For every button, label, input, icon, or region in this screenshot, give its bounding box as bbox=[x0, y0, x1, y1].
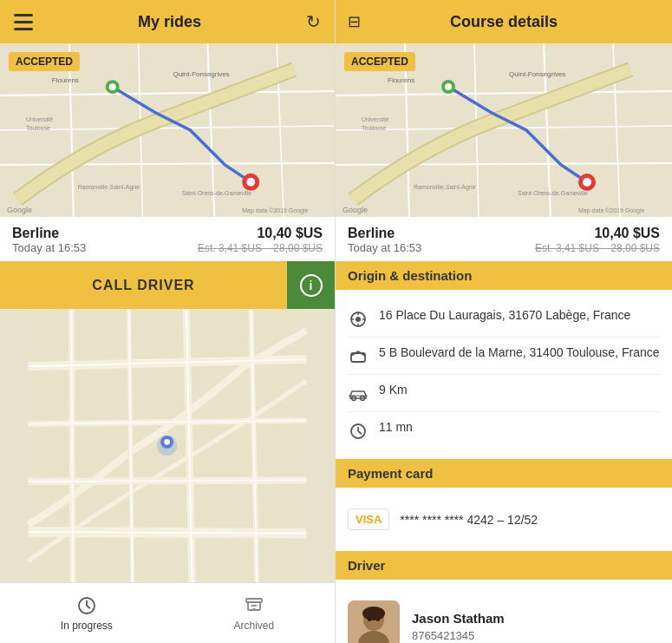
driver-body: Jason Statham 8765421345 bbox=[336, 580, 672, 643]
duration-text: 11 mn bbox=[379, 419, 413, 436]
svg-text:Google: Google bbox=[343, 206, 368, 214]
visa-logo: VISA bbox=[348, 508, 389, 530]
svg-point-83 bbox=[368, 618, 371, 621]
right-accepted-badge: ACCEPTED bbox=[344, 52, 415, 71]
left-ride-info: Berline 10,40 $US Today at 16:53 Est. 3,… bbox=[0, 217, 335, 261]
svg-point-39 bbox=[164, 439, 170, 445]
left-map: ACCEPTED Google Map data ©201 bbox=[0, 43, 335, 217]
left-panel: My rides ↻ ACCEPTED bbox=[0, 0, 336, 643]
card-number: **** **** **** 4242 – 12/52 bbox=[400, 513, 538, 527]
duration-icon bbox=[348, 421, 369, 442]
nav-in-progress[interactable]: In progress bbox=[61, 595, 113, 632]
left-title: My rides bbox=[138, 13, 201, 31]
left-ride-time: Today at 16:53 bbox=[12, 241, 86, 254]
right-header: ⊟ Course details bbox=[336, 0, 672, 43]
right-ride-info: Berline 10,40 $US Today at 16:53 Est. 3,… bbox=[336, 217, 672, 261]
svg-text:Quint-Fonsegrives: Quint-Fonsegrives bbox=[509, 70, 565, 78]
svg-point-55 bbox=[445, 83, 452, 90]
driver-info: Jason Statham 8765421345 bbox=[412, 611, 505, 642]
origin-destination-header: Origin & destination bbox=[336, 261, 672, 290]
svg-point-57 bbox=[583, 178, 591, 187]
svg-text:Ramonville-Saint-Agne: Ramonville-Saint-Agne bbox=[414, 184, 476, 191]
nav-archived-label: Archived bbox=[233, 620, 274, 632]
payment-row: VISA **** **** **** 4242 – 12/52 bbox=[348, 498, 660, 541]
svg-point-9 bbox=[109, 83, 116, 90]
driver-row: Jason Statham 8765421345 bbox=[348, 590, 660, 643]
info-button[interactable]: i bbox=[287, 261, 335, 309]
svg-text:Toulouse: Toulouse bbox=[362, 125, 386, 131]
right-ride-time: Today at 16:53 bbox=[348, 241, 421, 254]
origin-text: 16 Place Du Lauragais, 31670 Labège, Fra… bbox=[379, 307, 630, 325]
nav-archived[interactable]: Archived bbox=[233, 595, 274, 632]
svg-point-82 bbox=[362, 607, 385, 620]
visa-text: VI bbox=[356, 513, 366, 526]
right-ride-type: Berline bbox=[348, 226, 395, 241]
visa-text-2: SA bbox=[366, 513, 382, 526]
left-accepted-badge: ACCEPTED bbox=[9, 52, 80, 71]
origin-icon bbox=[348, 309, 369, 330]
clock-icon bbox=[76, 595, 97, 616]
left-ride-type: Berline bbox=[12, 226, 59, 241]
svg-text:Ramonville-Saint-Agne: Ramonville-Saint-Agne bbox=[78, 184, 140, 191]
origin-destination-body: 16 Place Du Lauragais, 31670 Labège, Fra… bbox=[336, 290, 672, 459]
right-ride-est: Est. 3,41 $US – 28,00 $US bbox=[535, 242, 660, 254]
svg-text:Université: Université bbox=[362, 116, 388, 122]
svg-text:Saint-Orens-de-Gameville: Saint-Orens-de-Gameville bbox=[181, 190, 251, 196]
svg-text:Université: Université bbox=[26, 116, 53, 122]
left-ride-est: Est. 3,41 $US – 28,00 $US bbox=[198, 242, 323, 254]
destination-row: 5 B Boulevard de la Marne, 31400 Toulous… bbox=[348, 338, 660, 375]
driver-name: Jason Statham bbox=[412, 611, 505, 626]
origin-destination-section: Origin & destination 16 Place Du Lauraga… bbox=[336, 261, 672, 459]
driver-header: Driver bbox=[336, 551, 672, 580]
call-driver-button[interactable]: CALL DRIVER bbox=[0, 261, 287, 309]
origin-row: 16 Place Du Lauragais, 31670 Labège, Fra… bbox=[348, 300, 660, 338]
driver-phone: 8765421345 bbox=[412, 629, 505, 642]
left-header: My rides ↻ bbox=[0, 0, 335, 43]
back-icon[interactable]: ⊟ bbox=[348, 12, 361, 31]
svg-point-84 bbox=[376, 618, 380, 621]
right-title: Course details bbox=[450, 13, 558, 31]
svg-text:Map data ©2019 Google: Map data ©2019 Google bbox=[578, 207, 644, 214]
archive-icon bbox=[244, 595, 264, 616]
svg-text:Flourens: Flourens bbox=[388, 76, 414, 84]
svg-point-11 bbox=[246, 178, 255, 187]
left-ride-price: 10,40 $US bbox=[257, 226, 323, 241]
destination-text: 5 B Boulevard de la Marne, 31400 Toulous… bbox=[379, 344, 660, 362]
info-circle-icon: i bbox=[300, 274, 323, 297]
svg-point-67 bbox=[356, 317, 361, 322]
refresh-icon[interactable]: ↻ bbox=[306, 11, 321, 32]
payment-body: VISA **** **** **** 4242 – 12/52 bbox=[336, 488, 672, 551]
distance-text: 9 Km bbox=[379, 382, 408, 399]
call-driver-bar: CALL DRIVER i bbox=[0, 261, 335, 309]
bottom-nav: In progress Archived bbox=[0, 582, 335, 643]
svg-text:Google: Google bbox=[7, 206, 32, 214]
left-large-map bbox=[0, 309, 335, 582]
car-icon bbox=[348, 384, 369, 404]
payment-header: Payment card bbox=[336, 459, 672, 488]
driver-section: Driver Jason bbox=[336, 551, 672, 643]
svg-line-78 bbox=[358, 431, 362, 434]
svg-text:Saint-Orens-de-Gameville: Saint-Orens-de-Gameville bbox=[518, 190, 588, 196]
right-panel: ⊟ Course details ACCEPTED Google Map dat… bbox=[336, 0, 672, 643]
duration-row: 11 mn bbox=[348, 412, 660, 449]
right-map: ACCEPTED Google Map data ©2019 Google Fl… bbox=[336, 43, 672, 217]
nav-in-progress-label: In progress bbox=[61, 620, 113, 632]
svg-text:Toulouse: Toulouse bbox=[26, 125, 50, 131]
destination-icon bbox=[348, 346, 369, 367]
right-ride-price: 10,40 $US bbox=[594, 226, 660, 241]
payment-section: Payment card VISA **** **** **** 4242 – … bbox=[336, 459, 672, 551]
svg-text:Quint-Fonsegrives: Quint-Fonsegrives bbox=[173, 70, 229, 78]
driver-avatar bbox=[348, 600, 400, 643]
svg-text:Map data ©2019 Google: Map data ©2019 Google bbox=[242, 207, 308, 214]
svg-text:Flourens: Flourens bbox=[52, 76, 79, 84]
svg-line-42 bbox=[87, 606, 90, 608]
hamburger-icon[interactable] bbox=[14, 14, 33, 30]
distance-row: 9 Km bbox=[348, 375, 660, 412]
